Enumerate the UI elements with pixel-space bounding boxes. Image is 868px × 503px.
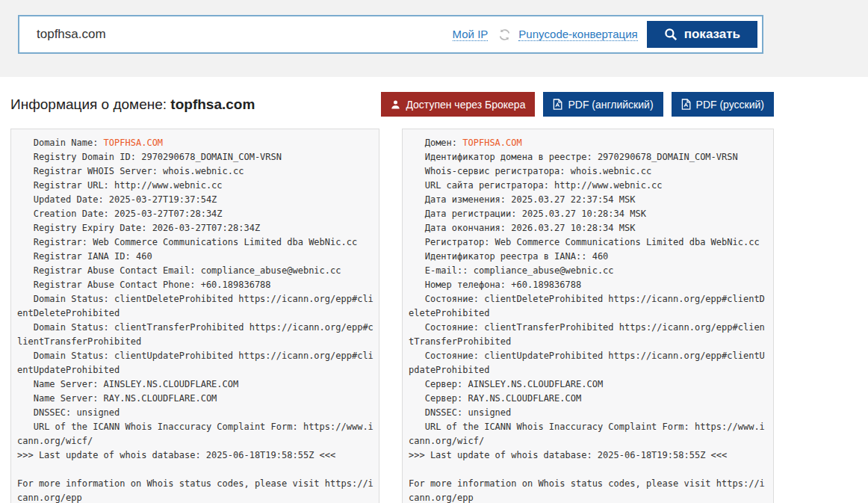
refresh-icon-glyph xyxy=(498,28,511,41)
search-icon xyxy=(664,28,678,41)
pdf-russian-button[interactable]: PDF (русский) xyxy=(672,92,774,117)
pdf-english-button-label: PDF (английский) xyxy=(568,99,653,111)
search-box: Мой IP Punycode-конвертация показать xyxy=(18,15,763,54)
show-button-label: показать xyxy=(684,27,740,42)
search-bar-section: Мой IP Punycode-конвертация показать xyxy=(0,0,868,77)
broker-button[interactable]: Доступен через Брокера xyxy=(381,92,535,117)
whois-raw-panel-russian: Домен: TOPFHSA.COM Идентификатор домена … xyxy=(402,129,774,503)
pdf-russian-button-label: PDF (русский) xyxy=(696,99,764,111)
my-ip-link[interactable]: Мой IP xyxy=(453,28,489,41)
page-title-prefix: Информация о домене: xyxy=(10,96,170,112)
search-controls: Мой IP Punycode-конвертация показать xyxy=(453,21,762,48)
pdf-icon xyxy=(553,99,562,110)
pdf-icon xyxy=(681,99,691,110)
whois-raw-panel-english: Domain Name: TOPFHSA.COM Registry Domain… xyxy=(10,129,379,503)
domain-search-input[interactable] xyxy=(19,27,453,42)
page-title-domain: topfhsa.com xyxy=(170,96,255,112)
pdf-english-button[interactable]: PDF (английский) xyxy=(543,92,663,117)
show-button[interactable]: показать xyxy=(647,21,757,48)
broker-button-label: Доступен через Брокера xyxy=(406,99,525,111)
action-buttons: Доступен через Брокера PDF (английский) … xyxy=(381,92,774,117)
person-icon xyxy=(391,99,400,110)
punycode-convert-link[interactable]: Punycode-конвертация xyxy=(518,28,637,41)
domain-header-row: Информация о домене: topfhsa.com Доступе… xyxy=(10,92,774,117)
whois-panels: Domain Name: TOPFHSA.COM Registry Domain… xyxy=(10,129,774,503)
refresh-icon[interactable] xyxy=(498,28,511,41)
page-title: Информация о домене: topfhsa.com xyxy=(10,96,255,113)
